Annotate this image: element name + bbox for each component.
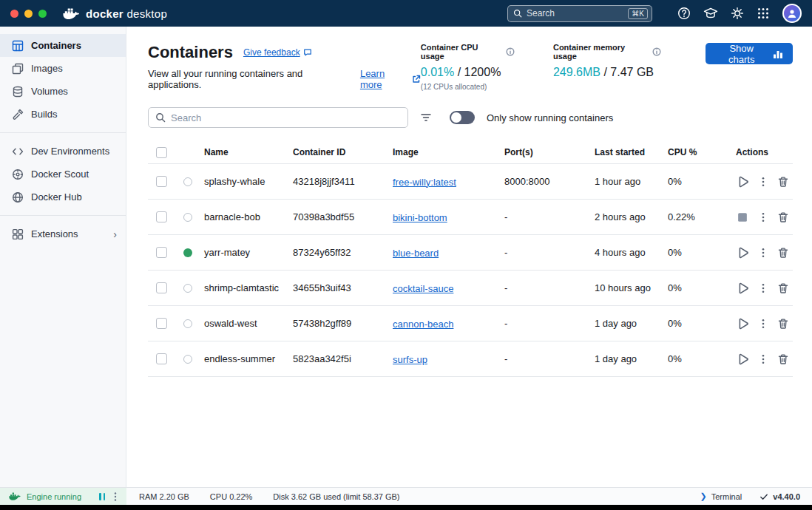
running-only-toggle[interactable]: [450, 111, 475, 124]
docker-desktop-logo: docker desktop: [63, 7, 167, 21]
sidebar-item-label: Dev Environments: [31, 146, 109, 157]
help-icon[interactable]: [677, 7, 691, 20]
container-cpu: 0%: [668, 318, 736, 329]
delete-container-button[interactable]: [777, 247, 789, 259]
image-link[interactable]: cocktail-sauce: [393, 283, 453, 294]
container-ports: -: [504, 247, 595, 258]
row-checkbox[interactable]: [156, 282, 167, 293]
column-header-container-id[interactable]: Container ID: [293, 147, 393, 157]
start-container-button[interactable]: [736, 282, 749, 295]
minimize-window-button[interactable]: [24, 10, 33, 18]
delete-container-button[interactable]: [777, 353, 789, 365]
close-window-button[interactable]: [10, 10, 18, 18]
table-row[interactable]: shrimp-clamtastic 34655h3uif43 cocktail-…: [148, 271, 793, 306]
sidebar-item-docker-scout[interactable]: Docker Scout: [0, 163, 126, 186]
settings-gear-icon[interactable]: [731, 7, 744, 20]
delete-container-button[interactable]: [777, 318, 789, 330]
sidebar-item-extensions[interactable]: Extensions ›: [0, 222, 126, 245]
delete-container-button[interactable]: [777, 282, 789, 294]
container-last-started: 10 hours ago: [595, 282, 668, 293]
row-menu-button[interactable]: [757, 282, 769, 294]
delete-container-button[interactable]: [777, 176, 789, 188]
table-body: splashy-whale 43218j8jjf3411 free-willy:…: [148, 164, 793, 377]
info-icon[interactable]: [506, 47, 515, 56]
learning-center-icon[interactable]: [703, 6, 718, 21]
image-link[interactable]: free-willy:latest: [393, 177, 456, 188]
image-link[interactable]: surfs-up: [393, 354, 427, 365]
row-menu-button[interactable]: [757, 211, 769, 223]
table-row[interactable]: oswald-west 57438h2gff89 cannon-beach - …: [148, 306, 793, 341]
global-search-input[interactable]: [527, 8, 623, 18]
row-menu-button[interactable]: [757, 318, 769, 330]
sidebar-item-volumes[interactable]: Volumes: [0, 80, 126, 103]
row-checkbox[interactable]: [156, 247, 167, 258]
container-status-icon: [183, 319, 192, 328]
table-row[interactable]: barnacle-bob 70398a3bdf55 bikini-bottom …: [148, 200, 793, 235]
select-all-checkbox[interactable]: [156, 147, 167, 158]
cpu-usage-label: Container CPU usage: [421, 43, 503, 61]
sidebar-item-images[interactable]: Images: [0, 57, 126, 80]
search-icon: [155, 112, 166, 123]
sidebar-item-dev-environments[interactable]: Dev Environments: [0, 140, 126, 163]
row-checkbox[interactable]: [156, 318, 167, 329]
give-feedback-link[interactable]: Give feedback: [243, 47, 312, 58]
row-menu-button[interactable]: [757, 353, 769, 365]
sidebar-item-containers[interactable]: Containers: [0, 34, 126, 57]
containers-icon: [12, 40, 24, 52]
stop-container-button[interactable]: [736, 211, 749, 224]
column-header-image[interactable]: Image: [393, 147, 504, 157]
apps-grid-icon[interactable]: [757, 7, 770, 20]
container-status-icon: [183, 177, 192, 186]
sidebar-item-label: Volumes: [31, 86, 68, 97]
container-ports: 8000:8000: [504, 176, 595, 187]
zoom-window-button[interactable]: [38, 10, 47, 18]
sidebar-item-builds[interactable]: Builds: [0, 103, 126, 126]
container-search-input[interactable]: [171, 112, 401, 123]
row-checkbox[interactable]: [156, 176, 167, 187]
version-status[interactable]: v4.40.0: [759, 492, 800, 501]
sidebar-nav: Containers Images Volumes Builds Dev Env…: [0, 27, 126, 487]
terminal-button[interactable]: ❯ Terminal: [700, 492, 742, 501]
delete-container-button[interactable]: [777, 211, 789, 223]
learn-more-link[interactable]: Learn more: [360, 68, 409, 90]
start-container-button[interactable]: [736, 317, 749, 330]
table-row[interactable]: endless-summer 5823aa342f5i surfs-up - 1…: [148, 341, 793, 377]
sidebar-item-docker-hub[interactable]: Docker Hub: [0, 186, 126, 208]
start-container-button[interactable]: [736, 175, 749, 188]
memory-usage-total: / 7.47 GB: [600, 66, 654, 78]
start-container-button[interactable]: [736, 353, 749, 366]
sidebar-item-label: Builds: [31, 109, 57, 120]
container-search[interactable]: [148, 107, 408, 128]
column-header-last-started[interactable]: Last started: [595, 147, 668, 157]
image-link[interactable]: cannon-beach: [393, 319, 453, 330]
sidebar-item-label: Docker Scout: [31, 169, 89, 180]
pause-engine-icon[interactable]: [99, 493, 105, 500]
column-header-ports[interactable]: Port(s): [504, 147, 595, 157]
table-row[interactable]: yarr-matey 87324y65ff32 blue-beard - 4 h…: [148, 235, 793, 271]
filter-icon[interactable]: [420, 112, 432, 123]
engine-menu-icon[interactable]: [110, 492, 121, 502]
container-last-started: 1 hour ago: [595, 176, 668, 187]
docker-scout-icon: [12, 169, 24, 180]
row-checkbox[interactable]: [156, 353, 167, 364]
sidebar-item-label: Docker Hub: [31, 191, 82, 203]
start-container-button[interactable]: [736, 246, 749, 259]
row-menu-button[interactable]: [757, 176, 769, 188]
container-last-started: 4 hours ago: [595, 247, 668, 258]
window-controls[interactable]: [10, 10, 47, 18]
info-icon[interactable]: [652, 47, 661, 56]
image-link[interactable]: blue-beard: [393, 248, 439, 259]
container-last-started: 1 day ago: [595, 318, 668, 329]
image-link[interactable]: bikini-bottom: [393, 212, 447, 223]
page-subtitle: View all your running containers and app…: [148, 68, 357, 90]
table-row[interactable]: splashy-whale 43218j8jjf3411 free-willy:…: [148, 164, 793, 200]
global-search[interactable]: ⌘K: [507, 5, 652, 22]
column-header-cpu[interactable]: CPU %: [668, 147, 736, 157]
column-header-name[interactable]: Name: [204, 147, 293, 157]
user-avatar[interactable]: [782, 4, 802, 23]
ram-usage: RAM 2.20 GB: [139, 492, 189, 501]
row-menu-button[interactable]: [757, 247, 769, 259]
row-checkbox[interactable]: [156, 211, 167, 222]
show-charts-button[interactable]: Show charts: [706, 43, 793, 64]
cpu-allocated-note: (12 CPUs allocated): [421, 83, 515, 91]
